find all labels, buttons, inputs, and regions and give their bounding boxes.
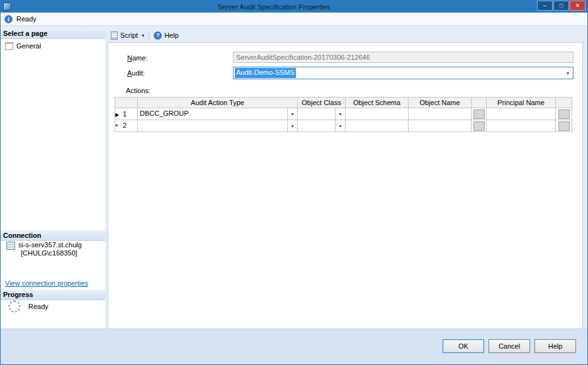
table-row: ▶1 DBCC_GROUP ▾ ▾: [115, 108, 572, 120]
object-class-cell: ▾: [298, 120, 346, 132]
script-label: Script: [120, 31, 138, 39]
object-schema-cell: [346, 108, 409, 120]
object-class-combo[interactable]: ▾: [298, 108, 345, 120]
object-name-cell: [409, 120, 472, 132]
chevron-down-icon[interactable]: ▾: [287, 120, 297, 132]
sidebar-item-general[interactable]: General: [5, 42, 41, 50]
script-icon: [111, 31, 118, 40]
row-number: 2: [123, 121, 127, 129]
window-controls: – □ ✕: [536, 1, 585, 11]
content-panel: Name: ServerAuditSpecification-20170306-…: [108, 42, 583, 330]
footer: OK Cancel Help: [1, 328, 587, 364]
col-header-object-schema: Object Schema: [346, 98, 409, 108]
col-header-object-name-browse: [472, 98, 487, 108]
object-name-cell: [409, 108, 472, 120]
combo-value: [298, 108, 335, 120]
principal-name-cell: [487, 108, 556, 120]
grid-header-row: Audit Action Type Object Class Object Sc…: [115, 98, 572, 108]
col-header-principal-name: Principal Name: [487, 98, 556, 108]
object-class-cell: ▾: [298, 108, 346, 120]
object-name-browse-cell: [472, 120, 487, 132]
principal-name-cell: [487, 120, 556, 132]
progress-status: Ready: [28, 303, 48, 310]
cancel-button[interactable]: Cancel: [489, 339, 530, 353]
current-row-marker-icon: ▶: [115, 112, 123, 118]
object-name-browse-button: [473, 110, 485, 119]
col-header-principal-browse: [556, 98, 572, 108]
connection-info: si-s-serv357.st.chulg [CHULG\c168350]: [6, 241, 82, 257]
title-bar: Server Audit Specification Properties – …: [1, 1, 587, 13]
object-schema-cell: [346, 120, 409, 132]
view-connection-properties-link[interactable]: View connection properties: [5, 279, 88, 287]
script-dropdown-chevron-down-icon[interactable]: ▾: [140, 33, 146, 38]
chevron-down-icon[interactable]: ▾: [563, 67, 573, 79]
principal-name-browse-cell: [556, 120, 572, 132]
actions-grid-wrapper: Audit Action Type Object Class Object Sc…: [115, 97, 572, 132]
combo-value: [298, 120, 335, 132]
help-toolbar-button[interactable]: ? Help: [152, 31, 181, 40]
object-class-combo[interactable]: ▾: [298, 120, 345, 132]
col-header-object-class: Object Class: [298, 98, 346, 108]
chevron-down-icon[interactable]: ▾: [287, 108, 297, 120]
chevron-down-icon[interactable]: ▾: [335, 120, 345, 132]
chevron-down-icon[interactable]: ▾: [335, 108, 345, 120]
col-header-audit-action-type: Audit Action Type: [138, 98, 298, 108]
select-a-page-header: Select a page: [1, 28, 105, 39]
row-number: 1: [123, 110, 127, 118]
combo-value: [138, 120, 287, 132]
actions-grid: Audit Action Type Object Class Object Sc…: [115, 97, 572, 132]
audit-combobox[interactable]: Audit-Demo-SSMS ▾: [233, 67, 574, 79]
table-row: *2 ▾ ▾: [115, 120, 572, 132]
audit-action-type-combo[interactable]: DBCC_GROUP ▾: [138, 108, 297, 120]
help-button[interactable]: Help: [534, 339, 576, 353]
object-name-browse-cell: [472, 108, 487, 120]
help-label: Help: [164, 31, 179, 39]
principal-name-browse-button: [558, 121, 570, 131]
progress-row: Ready: [8, 300, 48, 313]
object-name-browse-button: [473, 121, 485, 131]
name-input: ServerAuditSpecification-20170306-212646: [233, 52, 574, 63]
row-selector[interactable]: ▶1: [115, 108, 138, 120]
dialog-window: Server Audit Specification Properties – …: [0, 0, 588, 365]
ok-button[interactable]: OK: [443, 339, 484, 353]
script-button[interactable]: Script: [109, 31, 140, 40]
combo-value: DBCC_GROUP: [138, 108, 287, 120]
app-icon: [3, 3, 11, 11]
toolbar: Script ▾ ? Help: [109, 30, 181, 41]
sidebar: Select a page General Connection si-s-se…: [1, 28, 105, 330]
status-text: Ready: [16, 15, 37, 23]
minimize-button[interactable]: –: [537, 1, 553, 11]
connection-server: si-s-serv357.st.chulg: [18, 241, 82, 249]
audit-action-type-cell: DBCC_GROUP ▾: [138, 108, 298, 120]
actions-label: Actions:: [126, 87, 150, 94]
toolbar-separator: [149, 31, 149, 40]
close-button[interactable]: ✕: [570, 1, 585, 11]
connection-header: Connection: [1, 230, 105, 241]
audit-action-type-cell: ▾: [138, 120, 298, 132]
principal-name-browse-button: [558, 110, 570, 119]
audit-label: Audit:: [127, 69, 145, 77]
name-label: Name:: [127, 54, 147, 62]
progress-spinner-icon: [8, 300, 21, 313]
status-bar: i Ready: [1, 13, 587, 26]
col-header-object-name: Object Name: [409, 98, 472, 108]
window-title: Server Audit Specification Properties: [11, 3, 536, 11]
help-icon: ?: [154, 31, 162, 40]
general-page-icon: [5, 42, 13, 50]
sidebar-item-label: General: [16, 42, 41, 50]
new-row-marker-icon: *: [115, 123, 123, 130]
progress-header: Progress: [1, 289, 105, 300]
audit-action-type-combo[interactable]: ▾: [138, 120, 297, 132]
info-icon: i: [4, 15, 13, 23]
connection-login: [CHULG\c168350]: [18, 249, 82, 257]
server-icon: [6, 242, 15, 250]
maximize-button[interactable]: □: [553, 1, 569, 11]
audit-combo-spacer: [296, 67, 563, 79]
audit-selected-value: Audit-Demo-SSMS: [235, 68, 296, 78]
col-header-selector: [115, 98, 138, 108]
principal-name-browse-cell: [556, 108, 572, 120]
row-selector[interactable]: *2: [115, 120, 138, 132]
